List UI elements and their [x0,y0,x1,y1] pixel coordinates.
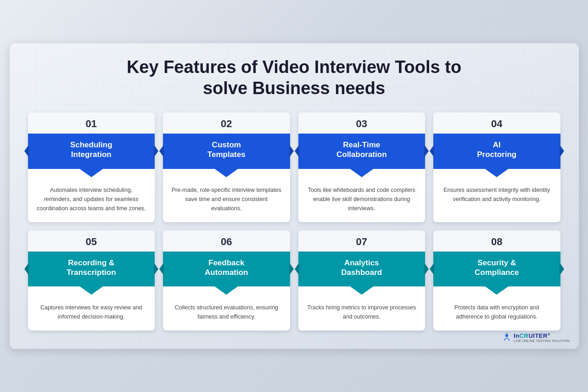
card-description: Automates interview scheduling, reminder… [28,173,155,222]
card-description: Collects structured evaluations, ensurin… [163,290,290,330]
card-card-1: 01 SchedulingIntegration Automates inter… [28,112,155,222]
card-card-8: 08 Security &Compliance Protects data wi… [433,230,560,331]
logo-icon [502,332,512,342]
card-number: 03 [298,112,426,134]
svg-point-2 [506,333,508,334]
card-title-text: Recording &Transcription [67,258,116,277]
page-wrapper: Key Features of Video Interview Tools to… [10,43,579,349]
card-number: 07 [298,230,426,252]
svg-point-1 [505,335,508,337]
card-description: Tracks hiring metrics to improve process… [298,290,426,330]
card-card-4: 04 AIProctoring Ensures assessment integ… [433,112,560,222]
card-title-text: Security &Compliance [475,258,519,277]
card-description: Pre-made, role-specific interview templa… [163,173,290,222]
card-card-7: 07 AnalyticsDashboard Tracks hiring metr… [298,230,426,331]
card-description: Protects data with encryption and adhere… [433,290,560,330]
card-number: 08 [433,230,560,252]
card-card-2: 02 CustomTemplates Pre-made, role-specif… [163,112,290,222]
card-title-text: AnalyticsDashboard [341,258,382,277]
card-description: Tools like whiteboards and code compiler… [298,173,426,222]
logo-text: InCRUITER® LIVE ONLINE TESTING SOLUTION [514,332,569,342]
logo: InCRUITER® LIVE ONLINE TESTING SOLUTION [502,332,569,342]
card-number: 05 [28,230,155,252]
card-title-banner: FeedbackAutomation [163,252,290,287]
card-title-text: CustomTemplates [207,140,246,159]
card-card-6: 06 FeedbackAutomation Collects structure… [163,230,290,331]
card-title-text: FeedbackAutomation [205,258,248,277]
card-title-text: Real-TimeCollaboration [336,140,387,159]
page-title: Key Features of Video Interview Tools to… [28,57,560,99]
card-title-banner: Security &Compliance [433,252,560,287]
card-title-text: SchedulingIntegration [70,140,112,159]
card-card-5: 05 Recording &Transcription Captures int… [28,230,155,331]
card-number: 02 [163,112,290,134]
cards-grid: 01 SchedulingIntegration Automates inter… [28,112,560,330]
card-title-text: AIProctoring [477,140,516,159]
card-number: 01 [28,112,155,134]
card-number: 06 [163,230,290,252]
card-title-banner: CustomTemplates [163,134,290,169]
card-card-3: 03 Real-TimeCollaboration Tools like whi… [298,112,426,222]
card-description: Ensures assessment integrity with identi… [433,173,560,222]
card-title-banner: AnalyticsDashboard [298,252,426,287]
card-title-banner: SchedulingIntegration [28,134,155,169]
card-title-banner: Real-TimeCollaboration [298,134,426,169]
card-title-banner: AIProctoring [433,134,560,169]
card-description: Captures interviews for easy review and … [28,290,155,330]
card-title-banner: Recording &Transcription [28,252,155,287]
card-number: 04 [433,112,560,134]
